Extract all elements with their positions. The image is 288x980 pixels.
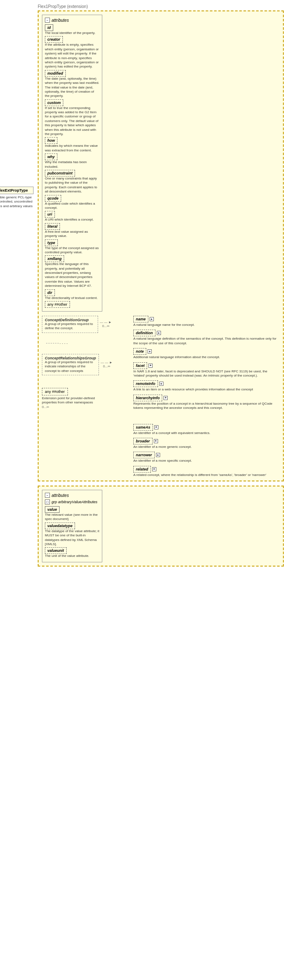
right-broader-desc: An identifier of a more generic concept. — [133, 445, 280, 449]
right-hierarchyinfo-item: hierarchyInfo + Represents the position … — [133, 395, 280, 411]
bottom-any-other-desc: Extension point for provider-defined pro… — [42, 396, 96, 405]
concept-def-conn: — — ► — [100, 320, 112, 324]
right-related-item: related + A related concept, where the r… — [133, 466, 280, 477]
right-column: name + A natural language name for the c… — [133, 316, 280, 477]
right-name-item: name + A natural language name for the c… — [133, 316, 280, 327]
attr-uri: uri A URI which identifies a concept. — [45, 211, 99, 222]
concept-def-card-label: 0...∞ — [102, 324, 109, 328]
right-sameas-desc: An identifier of a concept with equivale… — [133, 431, 280, 435]
attr-pubconstraint-name: pubconstraint — [45, 170, 75, 177]
attr-dir-desc: The directionality of textual content. — [45, 296, 99, 300]
flex-ext-label: FlexExtPropType — [0, 187, 34, 194]
attr-dir: dir The directionality of textual conten… — [45, 289, 99, 300]
right-remoteinfo-item: remoteInfo + A link to an item or a web … — [133, 380, 280, 392]
attr-why-name: why — [45, 153, 57, 160]
right-note-label: note — [133, 348, 146, 355]
right-hierarchyinfo-desc: Represents the position of a concept in … — [133, 402, 280, 411]
concept-def-cardinality: — — ► 0...∞ — [100, 320, 112, 328]
narrower-plus-icon: + — [156, 453, 160, 457]
bottom-yellow-box: − attributes □ grp arbitraryValueAttribu… — [38, 486, 284, 567]
right-sameas-item: sameAs + An identifier of a concept with… — [133, 424, 280, 435]
concept-rel-group-box: ConceptRelationshipsGroup A group of pro… — [42, 354, 99, 375]
concept-def-group-box: ConceptDefinitionGroup A group of proper… — [42, 316, 98, 333]
right-name-label: name — [133, 316, 148, 322]
middle-section: ConceptDefinitionGroup A group of proper… — [42, 316, 280, 477]
attr-qcode-desc: A qualified code which identifies a conc… — [45, 202, 99, 211]
middle-connector: - - - - — [46, 341, 130, 346]
attr-type-name: type — [45, 239, 58, 246]
bottom-attr-valueunit-name: valueunit — [45, 547, 67, 554]
attr-any-other: any ##other — [45, 301, 99, 308]
attr-type-desc: The type of the concept assigned as cont… — [45, 246, 99, 255]
right-broader-item: broader + An identifier of a more generi… — [133, 438, 280, 449]
attr-why-desc: Why the metadata has been included. — [45, 160, 99, 169]
bottom-attributes-box: − attributes □ grp arbitraryValueAttribu… — [42, 490, 102, 562]
concept-rel-desc: A group of properties required to indica… — [45, 360, 95, 373]
grp-box-icon: □ — [45, 499, 50, 504]
concept-def-name: ConceptDefinitionGroup — [45, 318, 95, 322]
note-plus-icon: + — [148, 349, 152, 354]
attr-why: why Why the metadata has been included. — [45, 153, 99, 169]
attr-xmllang: xmllang Specifies the language of this p… — [45, 255, 99, 288]
grp-arb-label: grp arbitraryValueAttributes — [52, 500, 97, 504]
bottom-attr-valueunit: valueunit The unit of the value attribut… — [45, 547, 99, 558]
right-narrower-item: narrower + An identifier of a more speci… — [133, 452, 280, 463]
concept-rel-name: ConceptRelationshipsGroup — [45, 356, 96, 360]
attr-pubconstraint: pubconstraint One or many constraints th… — [45, 170, 99, 194]
attr-modified-name: modified — [45, 70, 66, 77]
bottom-attr-header: − attributes — [45, 493, 99, 498]
right-name-desc: A natural language name for the concept. — [133, 323, 280, 327]
right-facet-item: facet + In NAR 1.8 and later, facet is d… — [133, 362, 280, 378]
attr-literal: literal A free-text value assigned as pr… — [45, 223, 99, 239]
bottom-attr-valuedatatype-name: valuedatatype — [45, 522, 75, 529]
right-facet-label: facet — [133, 362, 147, 369]
attr-creator: creator If the attribute is empty, speci… — [45, 36, 99, 69]
right-sameas-label: sameAs — [133, 424, 153, 431]
attr-literal-name: literal — [45, 223, 60, 230]
right-definition-label: definition — [133, 330, 156, 336]
bottom-attr-valuedatatype-desc: The datatype of the value attribute; it … — [45, 529, 99, 547]
right-narrower-desc: An identifier of a more specific concept… — [133, 459, 280, 463]
attributes-box: − attributes id The local identifier of … — [42, 15, 102, 312]
right-hierarchyinfo-label: hierarchyInfo — [133, 395, 162, 401]
spacer — [133, 413, 280, 421]
attr-id-desc: The local identifier of the property. — [45, 31, 99, 35]
attr-qcode-name: qcode — [45, 195, 61, 202]
concept-def-desc: A group of properties required to define… — [45, 322, 95, 331]
bottom-any-other-label: any ##other — [42, 388, 68, 395]
right-narrower-label: narrower — [133, 452, 155, 458]
attr-custom-name: custom — [45, 99, 63, 106]
concept-rel-card-label: 0...∞ — [103, 364, 110, 368]
bottom-attr-valueunit-desc: The unit of the value attribute. — [45, 554, 99, 558]
sameas-plus-icon: + — [154, 425, 158, 429]
outer-diagram-box: FlexExtPropType Flexible generic PCL-typ… — [38, 10, 284, 481]
flex-ext-prop-type-label: FlexExtPropType Flexible generic PCL-typ… — [0, 187, 34, 208]
right-related-label: related — [133, 466, 151, 473]
attr-modified: modified The date (and, optionally, the … — [45, 70, 99, 99]
grp-arb-header: □ grp arbitraryValueAttributes — [45, 499, 99, 504]
hierarchyinfo-plus-icon: + — [163, 396, 168, 400]
main-container: Flex1PropType (extension) FlexExtPropTyp… — [0, 0, 288, 571]
attributes-header: − attributes — [45, 18, 99, 23]
right-remoteinfo-desc: A link to an item or a web resource whic… — [133, 387, 280, 392]
attr-modified-desc: The date (and, optionally, the time) whe… — [45, 77, 99, 99]
attr-xmllang-desc: Specifies the language of this property,… — [45, 262, 99, 288]
right-broader-label: broader — [133, 438, 153, 445]
bottom-attr-value: value The relevant value (see more in th… — [45, 506, 99, 522]
attr-uri-name: uri — [45, 211, 55, 218]
extension-title: Flex1PropType (extension) — [38, 4, 284, 9]
attr-id: id The local identifier of the property. — [45, 24, 99, 35]
concept-def-row: ConceptDefinitionGroup A group of proper… — [42, 316, 130, 333]
attributes-list: id The local identifier of the property.… — [45, 24, 99, 308]
attr-how: how Indicates by which means the value w… — [45, 137, 99, 153]
name-plus-icon: + — [150, 317, 154, 321]
attr-creator-name: creator — [45, 36, 63, 43]
attr-custom-desc: If set to true the corresponding propert… — [45, 106, 99, 137]
bottom-attr-label: attributes — [52, 493, 69, 498]
related-plus-icon: + — [152, 467, 156, 471]
bottom-section: − attributes □ grp arbitraryValueAttribu… — [38, 486, 284, 567]
connector-dash: - - - - — [60, 341, 68, 346]
attr-any-other-label: any ##other — [45, 301, 70, 308]
outer-yellow-box: − attributes id The local identifier of … — [38, 10, 284, 481]
remoteinfo-plus-icon: + — [159, 382, 163, 386]
